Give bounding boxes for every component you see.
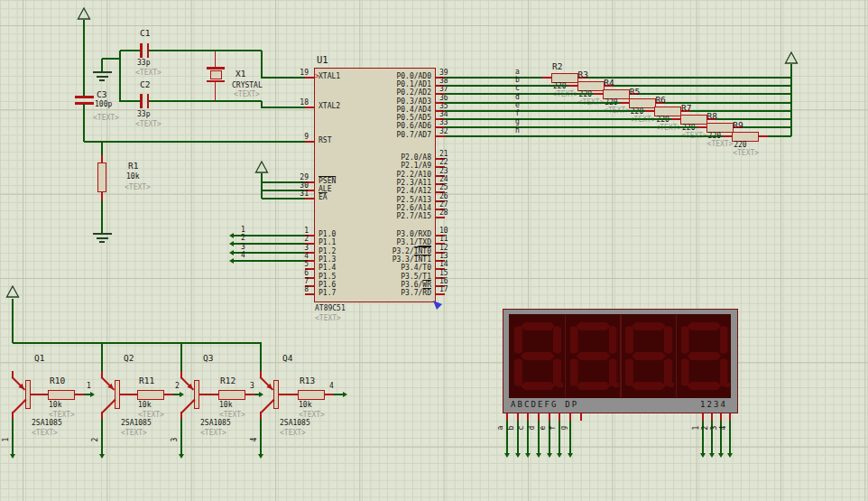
power-terminal-icon[interactable] xyxy=(5,285,20,299)
wire[interactable] xyxy=(101,343,103,371)
pin-lead[interactable] xyxy=(759,135,768,137)
wire[interactable] xyxy=(743,126,791,128)
transistor-collector[interactable] xyxy=(181,399,195,413)
ground-symbol[interactable] xyxy=(99,241,105,243)
transistor-base-bar[interactable] xyxy=(25,380,31,409)
wire[interactable] xyxy=(260,419,262,454)
wire[interactable] xyxy=(768,135,791,137)
transistor-base-bar[interactable] xyxy=(273,380,279,409)
wire[interactable] xyxy=(587,77,791,79)
pin-lead[interactable] xyxy=(305,141,314,143)
wire[interactable] xyxy=(445,77,542,79)
wire[interactable] xyxy=(180,343,182,371)
wire[interactable] xyxy=(445,135,723,137)
wire[interactable] xyxy=(101,142,103,155)
pin-lead[interactable] xyxy=(180,412,182,419)
crystal-x1[interactable] xyxy=(207,80,225,83)
pin-lead[interactable] xyxy=(305,293,314,295)
pin-lead[interactable] xyxy=(645,110,654,112)
capacitor-c2[interactable] xyxy=(140,94,143,108)
wire[interactable] xyxy=(101,200,103,233)
resistor-r2[interactable] xyxy=(551,73,578,83)
wire[interactable] xyxy=(84,141,305,143)
pin-lead[interactable] xyxy=(75,394,84,395)
pin-lead[interactable] xyxy=(620,102,629,104)
pin-lead[interactable] xyxy=(199,394,218,395)
pin-lead[interactable] xyxy=(671,118,680,120)
transistor-emitter[interactable] xyxy=(101,376,115,390)
wire[interactable] xyxy=(83,104,85,142)
pin-lead[interactable] xyxy=(723,135,732,137)
crystal-x1[interactable] xyxy=(207,67,225,70)
transistor-collector[interactable] xyxy=(13,399,26,413)
transistor-emitter[interactable] xyxy=(12,376,25,390)
resistor-r9[interactable] xyxy=(732,132,759,142)
wire[interactable] xyxy=(180,419,182,454)
wire[interactable] xyxy=(12,419,14,454)
power-terminal-icon[interactable] xyxy=(254,161,269,174)
wire[interactable] xyxy=(102,58,120,60)
resistor-r13[interactable] xyxy=(298,390,325,400)
wire[interactable] xyxy=(149,50,262,51)
pin-lead[interactable] xyxy=(594,93,603,95)
pin-lead[interactable] xyxy=(436,217,445,218)
wire[interactable] xyxy=(261,173,263,199)
pin-lead[interactable] xyxy=(325,394,334,395)
resistor-r6[interactable] xyxy=(654,107,681,116)
wire[interactable] xyxy=(120,100,140,102)
ground-symbol[interactable] xyxy=(93,71,112,73)
wire[interactable] xyxy=(445,102,620,104)
resistor-r7[interactable] xyxy=(680,115,707,125)
pin-lead[interactable] xyxy=(31,394,48,395)
power-terminal-icon[interactable] xyxy=(77,7,91,21)
wire[interactable] xyxy=(101,419,103,454)
wire[interactable] xyxy=(149,100,262,102)
wire[interactable] xyxy=(261,51,263,79)
resistor-r8[interactable] xyxy=(706,123,734,133)
wire[interactable] xyxy=(445,126,697,128)
pin-lead[interactable] xyxy=(245,394,254,395)
resistor-r1[interactable] xyxy=(97,162,106,192)
pin-lead[interactable] xyxy=(101,412,103,419)
wire[interactable] xyxy=(215,82,217,101)
wire[interactable] xyxy=(790,64,792,78)
power-terminal-icon[interactable] xyxy=(784,51,799,65)
resistor-r10[interactable] xyxy=(48,390,75,400)
pin-lead[interactable] xyxy=(580,413,582,421)
transistor-base-bar[interactable] xyxy=(115,380,120,409)
pin-lead[interactable] xyxy=(12,412,14,419)
wire[interactable] xyxy=(13,342,262,344)
wire[interactable] xyxy=(101,59,103,71)
pin-lead[interactable] xyxy=(305,77,314,79)
wire[interactable] xyxy=(445,85,568,87)
pin-lead[interactable] xyxy=(120,394,137,395)
wire[interactable] xyxy=(445,118,671,120)
pin-lead[interactable] xyxy=(279,394,298,395)
wire[interactable] xyxy=(83,20,85,97)
pin-lead[interactable] xyxy=(305,198,314,199)
pin-lead[interactable] xyxy=(569,413,571,421)
wire[interactable] xyxy=(12,299,14,343)
pin-lead[interactable] xyxy=(436,135,445,137)
transistor-emitter[interactable] xyxy=(180,376,194,390)
wire[interactable] xyxy=(101,192,103,200)
wire[interactable] xyxy=(569,421,571,453)
wire[interactable] xyxy=(729,421,731,453)
wire[interactable] xyxy=(716,118,791,120)
wire[interactable] xyxy=(690,110,791,112)
capacitor-c1[interactable] xyxy=(147,43,150,58)
wire[interactable] xyxy=(445,110,645,112)
wire[interactable] xyxy=(262,77,305,79)
wire[interactable] xyxy=(120,50,140,51)
resistor-r4[interactable] xyxy=(603,89,630,99)
transistor-collector[interactable] xyxy=(261,399,274,413)
pin-lead[interactable] xyxy=(697,126,706,128)
ground-symbol[interactable] xyxy=(97,237,108,239)
schematic-canvas[interactable]: C3100p<TEXT>C133p<TEXT>C233p<TEXT>X1CRYS… xyxy=(0,0,868,501)
transistor-base-bar[interactable] xyxy=(194,380,199,409)
pin-lead[interactable] xyxy=(436,293,445,295)
transistor-emitter[interactable] xyxy=(260,376,273,390)
pin-lead[interactable] xyxy=(260,412,262,419)
wire[interactable] xyxy=(262,198,305,199)
wire[interactable] xyxy=(614,85,791,87)
